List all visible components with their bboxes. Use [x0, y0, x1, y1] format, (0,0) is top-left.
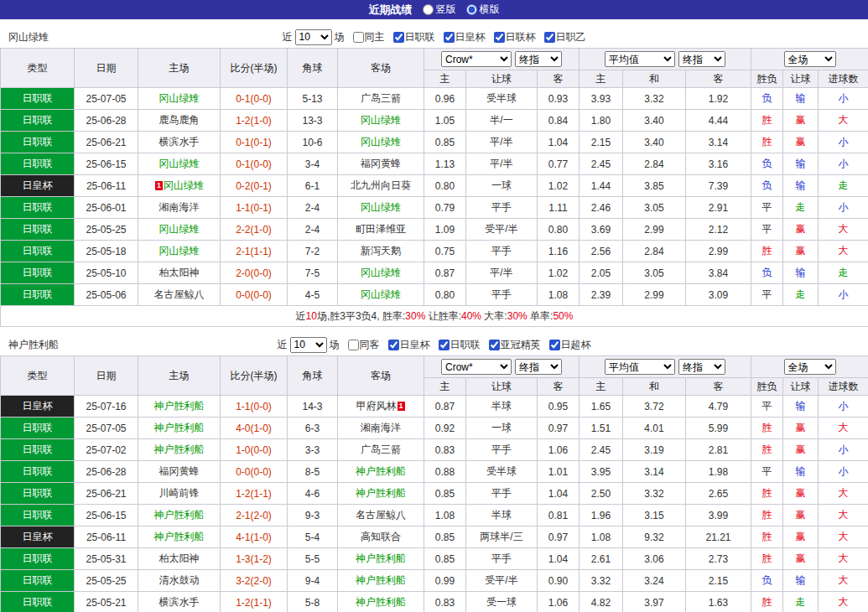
match-date: 25-05-06 [75, 284, 138, 306]
col-header-handicap-result: 让球 [783, 378, 819, 396]
euro-index-type-select[interactable]: 终指 [678, 51, 725, 67]
match-score: 2-0(0-0) [221, 262, 288, 284]
home-team: 川崎前锋 [138, 483, 221, 505]
league-filter-input[interactable] [388, 340, 399, 350]
euro-odds-draw: 3.72 [623, 396, 686, 418]
goals-result: 小 [819, 197, 868, 219]
euro-odds-away: 2.91 [686, 197, 751, 219]
red-card-icon: 1 [155, 181, 163, 190]
league-filter-checkbox[interactable]: 日皇杯 [444, 30, 486, 44]
league-filter-checkbox[interactable]: 日超杯 [549, 338, 591, 352]
league-type-badge: 日皇杯 [1, 396, 75, 418]
handicap-result: 走 [783, 592, 819, 612]
euro-odds-home: 1.96 [580, 505, 623, 526]
home-team: 冈山绿雉 [138, 219, 221, 241]
match-score: 1-1(0-1) [221, 197, 288, 219]
col-header-euro-draw: 和 [623, 70, 686, 88]
win-lose-result: 平 [751, 219, 783, 241]
league-filter-input[interactable] [489, 340, 500, 350]
league-filter-input[interactable] [549, 340, 560, 350]
vertical-radio-input[interactable] [423, 4, 434, 15]
league-filter-checkbox[interactable]: 日联杯 [494, 30, 536, 44]
team-label: 北九州向日葵 [351, 179, 411, 191]
league-filter-checkbox[interactable]: 日皇杯 [388, 338, 430, 352]
top-title-bar: 近期战绩 竖版 横版 [0, 0, 868, 19]
league-type-badge: 日职联 [1, 418, 75, 439]
match-date: 25-06-11 [75, 526, 138, 548]
match-date: 25-05-25 [75, 219, 138, 241]
euro-odds-draw: 3.05 [623, 197, 686, 219]
euro-odds-away: 1.98 [686, 461, 751, 483]
filter-bar: 近 10 场 同主 日职联 日皇杯 日联杯 日职乙 [283, 29, 586, 45]
horizontal-radio-input[interactable] [466, 4, 477, 15]
home-team: 横滨水手 [138, 132, 221, 153]
page-title: 近期战绩 [369, 3, 413, 18]
match-score: 0-0(0-0) [221, 284, 288, 306]
match-row: 日职联25-05-25清水鼓动3-2(2-0)9-4神户胜利船0.99受平/半0… [1, 570, 868, 592]
asia-odds-home: 0.96 [424, 88, 466, 110]
match-date: 25-05-31 [75, 548, 138, 570]
match-scope-select[interactable]: 全场 [784, 359, 836, 375]
match-row: 日职联25-06-21横滨水手0-1(0-1)10-6冈山绿雉0.85平/半1.… [1, 132, 868, 153]
col-header-date: 日期 [75, 49, 138, 88]
euro-index-type-select[interactable]: 终指 [678, 359, 725, 375]
games-unit-label: 场 [330, 338, 340, 352]
euro-source-select[interactable]: 平均值 [605, 51, 675, 67]
match-row: 日职联25-05-06名古屋鲸八0-0(0-0)4-5冈山绿雉0.80平手1.0… [1, 284, 868, 306]
same-venue-checkbox[interactable]: 同客 [348, 338, 380, 352]
league-filter-checkbox[interactable]: 日职联 [439, 338, 481, 352]
bookmaker-select[interactable]: Crow* [441, 359, 512, 375]
asia-odds-away: 1.04 [538, 548, 580, 570]
asia-index-type-select[interactable]: 终指 [515, 51, 562, 67]
goals-result: 小 [819, 153, 868, 175]
corner-count: 13-3 [288, 110, 338, 132]
league-type-badge: 日职联 [1, 439, 75, 461]
same-venue-input[interactable] [353, 32, 364, 43]
asia-odds-away: 1.04 [538, 132, 580, 153]
asia-index-type-select[interactable]: 终指 [515, 359, 562, 375]
league-filter-input[interactable] [444, 32, 455, 43]
league-filter-checkbox[interactable]: 日职联 [393, 30, 435, 44]
win-lose-result: 负 [751, 262, 783, 284]
layout-radio-vertical[interactable]: 竖版 [423, 3, 456, 17]
league-filter-input[interactable] [439, 340, 450, 350]
league-filter-input[interactable] [544, 32, 555, 43]
away-team: 神户胜利船 [338, 548, 424, 570]
filter-bar: 近 10 场 同客 日皇杯 日职联 亚冠精英 日超杯 [278, 337, 591, 353]
team-label: 冈山绿雉 [361, 136, 401, 148]
goals-result: 小 [819, 461, 868, 483]
bookmaker-select[interactable]: Crow* [441, 51, 512, 67]
asia-odds-away: 0.95 [538, 396, 580, 418]
league-filter-checkbox[interactable]: 亚冠精英 [489, 338, 541, 352]
goals-result: 大 [819, 570, 868, 592]
handicap-result: 输 [783, 461, 819, 483]
match-score: 2-1(2-0) [221, 505, 288, 526]
same-venue-input[interactable] [348, 340, 359, 350]
team-name: 冈山绿雉 [8, 30, 49, 44]
col-header-asia-home: 主 [424, 70, 466, 88]
col-header-euro-away: 客 [686, 70, 751, 88]
asia-odds-handicap: 平手 [466, 548, 538, 570]
team-label: 神户胜利船 [356, 465, 406, 477]
euro-source-select[interactable]: 平均值 [605, 359, 675, 375]
asia-odds-handicap: 半/一 [466, 110, 538, 132]
euro-odds-draw: 3.40 [623, 110, 686, 132]
match-scope-select[interactable]: 全场 [784, 51, 836, 67]
league-filter-checkbox[interactable]: 日职乙 [544, 30, 586, 44]
match-row: 日职联25-06-15神户胜利船2-1(2-0)9-3名古屋鲸八1.08半球0.… [1, 505, 868, 526]
same-venue-checkbox[interactable]: 同主 [353, 30, 385, 44]
recent-count-select[interactable]: 10 [290, 337, 327, 353]
match-score: 1-2(1-0) [221, 110, 288, 132]
asia-odds-away: 0.93 [538, 88, 580, 110]
corner-count: 3-4 [288, 153, 338, 175]
col-header-euro-draw: 和 [623, 378, 686, 396]
league-filter-input[interactable] [494, 32, 505, 43]
team-label: 冈山绿雉 [361, 267, 401, 278]
col-header-euro-home: 主 [580, 70, 623, 88]
asia-odds-home: 0.85 [424, 526, 466, 548]
asia-odds-away: 1.08 [538, 284, 580, 306]
recent-count-select[interactable]: 10 [295, 29, 332, 45]
layout-radio-horizontal[interactable]: 横版 [466, 3, 500, 17]
league-filter-input[interactable] [393, 32, 404, 43]
near-label: 近 [278, 338, 288, 352]
